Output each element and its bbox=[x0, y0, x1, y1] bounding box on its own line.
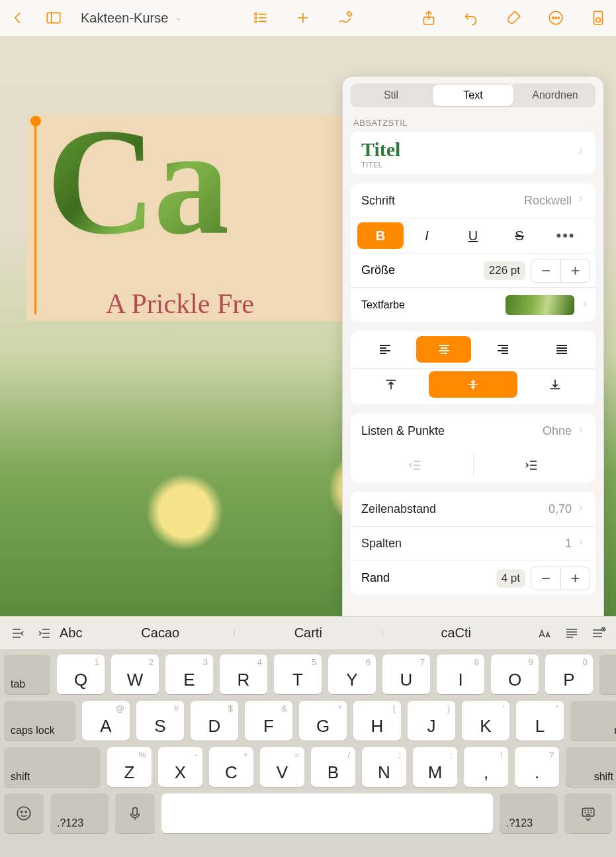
document-title[interactable]: Kakteen-Kurse bbox=[81, 11, 185, 26]
valign-middle-button[interactable] bbox=[429, 371, 517, 398]
key-h[interactable]: H( bbox=[353, 701, 401, 741]
key-r[interactable]: R4 bbox=[220, 654, 267, 694]
key-b[interactable]: B/ bbox=[311, 747, 355, 787]
key-tab[interactable]: tab bbox=[4, 654, 50, 694]
key-t[interactable]: T5 bbox=[274, 654, 322, 694]
margin-value[interactable]: 4 pt bbox=[496, 569, 525, 588]
tab-text[interactable]: Text bbox=[433, 85, 513, 106]
text-color-row[interactable]: Textfarbe bbox=[351, 287, 595, 322]
size-value[interactable]: 226 pt bbox=[484, 261, 525, 280]
key-s[interactable]: S# bbox=[136, 701, 184, 741]
document-options-icon[interactable] bbox=[590, 9, 607, 26]
key-k[interactable]: K' bbox=[462, 701, 509, 741]
svg-point-2 bbox=[255, 17, 257, 19]
key-w[interactable]: W2 bbox=[111, 654, 159, 694]
more-text-options-button[interactable]: ••• bbox=[543, 222, 589, 249]
paragraph-style-row[interactable]: Titel TITEL bbox=[351, 132, 595, 174]
insert-shortcut-icon[interactable] bbox=[587, 622, 609, 645]
key-return[interactable]: return bbox=[570, 701, 616, 741]
key-.[interactable]: .? bbox=[515, 747, 559, 787]
suggestion-2[interactable]: Carti bbox=[234, 625, 382, 641]
key-shift-left[interactable]: shift bbox=[4, 747, 101, 787]
format-brush-icon[interactable] bbox=[505, 9, 522, 26]
font-size-icon[interactable] bbox=[534, 622, 556, 645]
chevron-right-icon bbox=[577, 194, 585, 208]
share-icon[interactable] bbox=[420, 9, 437, 26]
italic-button[interactable]: I bbox=[404, 222, 450, 249]
key-delete[interactable]: delete bbox=[599, 654, 616, 694]
key-d[interactable]: D$ bbox=[191, 701, 238, 741]
key-shift-right[interactable]: shift bbox=[566, 747, 616, 787]
margin-increase-button[interactable]: + bbox=[560, 567, 590, 590]
key-v[interactable]: V= bbox=[260, 747, 304, 787]
font-row[interactable]: Schrift Rockwell bbox=[351, 183, 595, 218]
indent-shortcut-icon[interactable] bbox=[33, 622, 56, 645]
align-left-button[interactable] bbox=[357, 336, 412, 363]
more-icon[interactable] bbox=[547, 9, 564, 26]
tab-arrange[interactable]: Anordnen bbox=[515, 83, 595, 107]
key-p[interactable]: P0 bbox=[545, 654, 593, 694]
undo-icon[interactable] bbox=[462, 9, 480, 26]
back-icon[interactable] bbox=[9, 9, 26, 26]
key-i[interactable]: I8 bbox=[437, 654, 484, 694]
key-m[interactable]: M: bbox=[413, 747, 457, 787]
key-f[interactable]: F& bbox=[245, 701, 292, 741]
key-a[interactable]: A@ bbox=[82, 701, 130, 741]
valign-top-button[interactable] bbox=[357, 371, 425, 398]
key-,[interactable]: ,! bbox=[464, 747, 508, 787]
size-label: Größe bbox=[361, 263, 395, 277]
size-decrease-button[interactable]: − bbox=[531, 259, 560, 282]
line-spacing-row[interactable]: Zeilenabstand 0,70 bbox=[351, 492, 595, 526]
valign-bottom-button[interactable] bbox=[521, 371, 589, 398]
paragraph-menu-icon[interactable] bbox=[7, 622, 29, 645]
margin-decrease-button[interactable]: − bbox=[531, 567, 560, 590]
suggestion-3[interactable]: caCti bbox=[382, 625, 531, 641]
key-space[interactable] bbox=[161, 793, 493, 833]
key-numbers-right[interactable]: .?123 bbox=[500, 793, 558, 833]
draw-icon[interactable] bbox=[337, 9, 354, 26]
document-canvas[interactable]: Ca A Prickle Fre Stil Text Anordnen ABSA… bbox=[0, 36, 616, 616]
key-n[interactable]: N; bbox=[362, 747, 406, 787]
underline-button[interactable]: U bbox=[450, 222, 496, 249]
key-z[interactable]: Z% bbox=[107, 747, 152, 787]
bold-button[interactable]: B bbox=[357, 222, 404, 249]
outdent-button[interactable] bbox=[357, 453, 473, 477]
indent-button[interactable] bbox=[473, 453, 590, 477]
selection-handle[interactable] bbox=[30, 116, 41, 126]
abc-button[interactable]: Abc bbox=[60, 625, 82, 641]
key-g[interactable]: G* bbox=[299, 701, 347, 741]
key-o[interactable]: O9 bbox=[491, 654, 539, 694]
svg-point-1 bbox=[255, 13, 257, 15]
size-increase-button[interactable]: + bbox=[560, 259, 590, 282]
chevron-right-icon bbox=[581, 298, 589, 312]
align-center-button[interactable] bbox=[416, 336, 471, 363]
key-u[interactable]: U7 bbox=[382, 654, 430, 694]
key-dismiss-keyboard[interactable] bbox=[564, 793, 612, 833]
align-shortcut-icon[interactable] bbox=[560, 622, 583, 645]
lists-value: Ohne bbox=[543, 424, 572, 438]
text-color-swatch[interactable] bbox=[506, 295, 574, 315]
key-l[interactable]: L" bbox=[516, 701, 564, 741]
key-capslock[interactable]: caps lock bbox=[4, 701, 75, 741]
key-numbers-left[interactable]: .?123 bbox=[50, 793, 109, 833]
key-c[interactable]: C+ bbox=[209, 747, 253, 787]
align-justify-button[interactable] bbox=[534, 336, 589, 363]
strikethrough-button[interactable]: S bbox=[496, 222, 543, 249]
tab-style[interactable]: Stil bbox=[351, 83, 431, 107]
add-icon[interactable] bbox=[294, 9, 312, 26]
suggestion-1[interactable]: Cacao bbox=[86, 625, 234, 641]
key-emoji[interactable] bbox=[4, 793, 44, 833]
key-e[interactable]: E3 bbox=[165, 654, 213, 694]
key-y[interactable]: Y6 bbox=[328, 654, 376, 694]
align-right-button[interactable] bbox=[475, 336, 530, 363]
subtitle-text[interactable]: A Prickle Fre bbox=[106, 288, 254, 320]
sidebar-icon[interactable] bbox=[45, 9, 62, 26]
key-q[interactable]: Q1 bbox=[57, 654, 105, 694]
lists-row[interactable]: Listen & Punkte Ohne bbox=[351, 414, 595, 448]
list-icon[interactable] bbox=[252, 9, 269, 26]
columns-row[interactable]: Spalten 1 bbox=[351, 526, 595, 561]
key-dictation[interactable] bbox=[115, 793, 155, 833]
key-j[interactable]: J) bbox=[408, 701, 455, 741]
key-x[interactable]: X- bbox=[158, 747, 202, 787]
title-text[interactable]: Ca bbox=[46, 106, 227, 258]
